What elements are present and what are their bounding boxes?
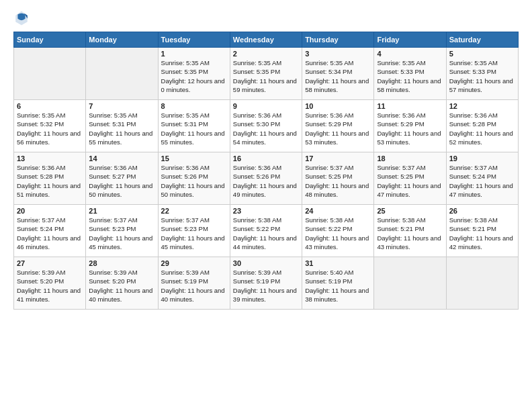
- calendar-cell: 10 Sunrise: 5:36 AM Sunset: 5:29 PM Dayl…: [302, 100, 374, 152]
- day-info: Sunrise: 5:35 AM Sunset: 5:32 PM Dayligh…: [17, 111, 83, 146]
- calendar-cell: 11 Sunrise: 5:36 AM Sunset: 5:29 PM Dayl…: [374, 100, 446, 152]
- day-number: 31: [305, 259, 371, 267]
- day-info: Sunrise: 5:36 AM Sunset: 5:28 PM Dayligh…: [17, 163, 83, 199]
- sunset-text: Sunset: 5:23 PM: [161, 224, 227, 233]
- calendar-cell: 20 Sunrise: 5:37 AM Sunset: 5:24 PM Dayl…: [14, 205, 86, 257]
- calendar-cell: 26 Sunrise: 5:38 AM Sunset: 5:21 PM Dayl…: [446, 205, 518, 257]
- sunset-text: Sunset: 5:24 PM: [449, 172, 515, 181]
- header-day: Sunday: [14, 32, 86, 48]
- sunset-text: Sunset: 5:19 PM: [161, 277, 227, 285]
- day-info: Sunrise: 5:35 AM Sunset: 5:34 PM Dayligh…: [305, 58, 371, 94]
- daylight-text: Daylight: 11 hours and 50 minutes.: [161, 181, 227, 199]
- day-info: Sunrise: 5:36 AM Sunset: 5:27 PM Dayligh…: [89, 163, 154, 199]
- day-info: Sunrise: 5:35 AM Sunset: 5:35 PM Dayligh…: [233, 58, 299, 94]
- sunset-text: Sunset: 5:25 PM: [305, 172, 371, 181]
- calendar-week-row: 13 Sunrise: 5:36 AM Sunset: 5:28 PM Dayl…: [14, 152, 519, 205]
- day-number: 17: [305, 154, 371, 163]
- day-info: Sunrise: 5:39 AM Sunset: 5:20 PM Dayligh…: [17, 268, 83, 304]
- daylight-text: Daylight: 11 hours and 55 minutes.: [89, 129, 154, 147]
- day-info: Sunrise: 5:40 AM Sunset: 5:19 PM Dayligh…: [305, 268, 371, 304]
- daylight-text: Daylight: 11 hours and 40 minutes.: [161, 286, 227, 304]
- daylight-text: Daylight: 11 hours and 43 minutes.: [305, 234, 371, 252]
- day-info: Sunrise: 5:37 AM Sunset: 5:25 PM Dayligh…: [377, 163, 443, 199]
- day-number: 3: [305, 50, 371, 58]
- calendar-cell: 7 Sunrise: 5:35 AM Sunset: 5:31 PM Dayli…: [86, 100, 158, 152]
- sunset-text: Sunset: 5:28 PM: [449, 120, 515, 128]
- calendar-cell: 12 Sunrise: 5:36 AM Sunset: 5:28 PM Dayl…: [446, 100, 518, 152]
- calendar-cell: 1 Sunrise: 5:35 AM Sunset: 5:35 PM Dayli…: [158, 48, 230, 100]
- day-info: Sunrise: 5:37 AM Sunset: 5:23 PM Dayligh…: [89, 216, 154, 251]
- calendar-cell: 25 Sunrise: 5:38 AM Sunset: 5:21 PM Dayl…: [374, 205, 446, 257]
- day-number: 2: [233, 50, 299, 58]
- daylight-text: Daylight: 11 hours and 58 minutes.: [377, 77, 443, 95]
- calendar-cell: 23 Sunrise: 5:38 AM Sunset: 5:22 PM Dayl…: [230, 205, 302, 257]
- sunset-text: Sunset: 5:31 PM: [161, 120, 227, 128]
- sunrise-text: Sunrise: 5:37 AM: [449, 163, 515, 172]
- daylight-text: Daylight: 11 hours and 58 minutes.: [305, 77, 371, 95]
- calendar-cell: [86, 48, 158, 100]
- day-number: 12: [449, 102, 515, 110]
- daylight-text: Daylight: 11 hours and 41 minutes.: [17, 286, 83, 304]
- calendar-cell: [14, 48, 86, 100]
- calendar-cell: 22 Sunrise: 5:37 AM Sunset: 5:23 PM Dayl…: [158, 205, 230, 257]
- calendar-week-row: 20 Sunrise: 5:37 AM Sunset: 5:24 PM Dayl…: [14, 205, 519, 257]
- day-number: 23: [233, 207, 299, 215]
- day-number: 1: [161, 50, 227, 58]
- day-info: Sunrise: 5:37 AM Sunset: 5:25 PM Dayligh…: [305, 163, 371, 199]
- day-number: 20: [17, 207, 83, 215]
- sunrise-text: Sunrise: 5:36 AM: [89, 163, 154, 172]
- day-number: 30: [233, 259, 299, 267]
- sunset-text: Sunset: 5:23 PM: [89, 224, 154, 233]
- calendar-cell: 14 Sunrise: 5:36 AM Sunset: 5:27 PM Dayl…: [86, 152, 158, 205]
- sunrise-text: Sunrise: 5:38 AM: [305, 216, 371, 224]
- daylight-text: Daylight: 11 hours and 59 minutes.: [233, 77, 299, 95]
- sunset-text: Sunset: 5:34 PM: [305, 67, 371, 76]
- calendar-cell: 2 Sunrise: 5:35 AM Sunset: 5:35 PM Dayli…: [230, 48, 302, 100]
- day-number: 28: [89, 259, 154, 267]
- sunrise-text: Sunrise: 5:36 AM: [305, 111, 371, 120]
- calendar-cell: 4 Sunrise: 5:35 AM Sunset: 5:33 PM Dayli…: [374, 48, 446, 100]
- day-number: 22: [161, 207, 227, 215]
- calendar-cell: 21 Sunrise: 5:37 AM Sunset: 5:23 PM Dayl…: [86, 205, 158, 257]
- day-number: 27: [17, 259, 83, 267]
- day-number: 4: [377, 50, 443, 58]
- sunset-text: Sunset: 5:33 PM: [377, 67, 443, 76]
- calendar-cell: 18 Sunrise: 5:37 AM Sunset: 5:25 PM Dayl…: [374, 152, 446, 205]
- sunset-text: Sunset: 5:33 PM: [449, 67, 515, 76]
- sunrise-text: Sunrise: 5:39 AM: [89, 268, 154, 277]
- daylight-text: Daylight: 11 hours and 53 minutes.: [377, 129, 443, 147]
- daylight-text: Daylight: 11 hours and 48 minutes.: [305, 181, 371, 199]
- daylight-text: Daylight: 11 hours and 56 minutes.: [17, 129, 83, 147]
- calendar-cell: 29 Sunrise: 5:39 AM Sunset: 5:19 PM Dayl…: [158, 257, 230, 310]
- daylight-text: Daylight: 11 hours and 40 minutes.: [89, 286, 154, 304]
- day-number: 7: [89, 102, 154, 110]
- calendar-cell: 3 Sunrise: 5:35 AM Sunset: 5:34 PM Dayli…: [302, 48, 374, 100]
- sunset-text: Sunset: 5:35 PM: [233, 67, 299, 76]
- daylight-text: Daylight: 11 hours and 54 minutes.: [233, 129, 299, 147]
- header-day: Monday: [86, 32, 158, 48]
- calendar-cell: 28 Sunrise: 5:39 AM Sunset: 5:20 PM Dayl…: [86, 257, 158, 310]
- day-info: Sunrise: 5:37 AM Sunset: 5:24 PM Dayligh…: [449, 163, 515, 199]
- sunrise-text: Sunrise: 5:38 AM: [233, 216, 299, 224]
- day-info: Sunrise: 5:39 AM Sunset: 5:20 PM Dayligh…: [89, 268, 154, 304]
- calendar-cell: 15 Sunrise: 5:36 AM Sunset: 5:26 PM Dayl…: [158, 152, 230, 205]
- calendar-week-row: 6 Sunrise: 5:35 AM Sunset: 5:32 PM Dayli…: [14, 100, 519, 152]
- sunrise-text: Sunrise: 5:39 AM: [233, 268, 299, 277]
- sunrise-text: Sunrise: 5:36 AM: [17, 163, 83, 172]
- day-number: 26: [449, 207, 515, 215]
- calendar-cell: 17 Sunrise: 5:37 AM Sunset: 5:25 PM Dayl…: [302, 152, 374, 205]
- day-number: 9: [233, 102, 299, 110]
- calendar-week-row: 1 Sunrise: 5:35 AM Sunset: 5:35 PM Dayli…: [14, 48, 519, 100]
- sunset-text: Sunset: 5:32 PM: [17, 120, 83, 128]
- day-info: Sunrise: 5:35 AM Sunset: 5:33 PM Dayligh…: [449, 58, 515, 94]
- calendar-cell: 31 Sunrise: 5:40 AM Sunset: 5:19 PM Dayl…: [302, 257, 374, 310]
- calendar-cell: [446, 257, 518, 310]
- day-number: 25: [377, 207, 443, 215]
- header-day: Wednesday: [230, 32, 302, 48]
- daylight-text: Daylight: 11 hours and 52 minutes.: [449, 129, 515, 147]
- day-number: 13: [17, 154, 83, 163]
- calendar-cell: 8 Sunrise: 5:35 AM Sunset: 5:31 PM Dayli…: [158, 100, 230, 152]
- sunrise-text: Sunrise: 5:39 AM: [17, 268, 83, 277]
- calendar-cell: 13 Sunrise: 5:36 AM Sunset: 5:28 PM Dayl…: [14, 152, 86, 205]
- sunrise-text: Sunrise: 5:37 AM: [305, 163, 371, 172]
